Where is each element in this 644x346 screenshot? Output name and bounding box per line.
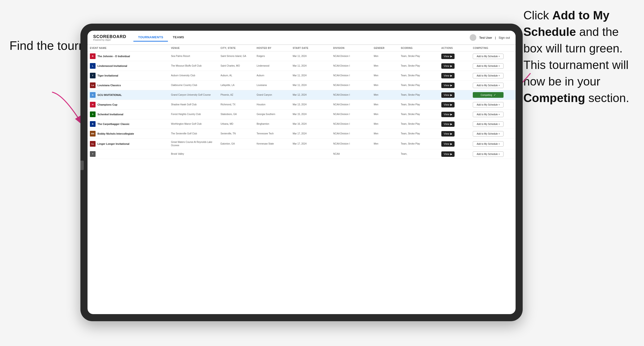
venue-text: Auburn University Club [171, 74, 195, 77]
view-button[interactable]: View ▶ [441, 73, 454, 78]
event-name-text: Louisiana Classics [98, 84, 121, 87]
col-header-city: CITY, STATE [218, 45, 254, 51]
city-text: Lafayette, LA [221, 84, 234, 86]
col-header-gender: GENDER [371, 45, 398, 51]
team-logo: S [90, 112, 96, 117]
gender-text: Men [374, 113, 378, 116]
add-to-schedule-button[interactable]: Add to My Schedule + [473, 141, 504, 147]
hosted-text: Houston [256, 103, 265, 106]
col-header-division: DIVISION [331, 45, 371, 51]
event-name-cell: G GCU INVITATIONAL [90, 92, 166, 98]
competing-button[interactable]: Competing ✓ [473, 92, 504, 98]
view-button[interactable]: View ▶ [441, 151, 454, 157]
view-button[interactable]: View ▶ [441, 121, 454, 127]
tab-tournaments[interactable]: TOURNAMENTS [134, 33, 168, 42]
add-to-schedule-button[interactable]: Add to My Schedule + [473, 121, 504, 127]
event-name-cell: L Lindenwood Invitational [90, 63, 166, 69]
add-to-schedule-button[interactable]: Add to My Schedule + [473, 54, 504, 59]
division-text: NCAA Division I [333, 103, 350, 106]
division-text: NCAA Division I [333, 132, 350, 135]
view-button[interactable]: View ▶ [441, 83, 454, 88]
gender-text: Men [374, 64, 378, 67]
venue-text: Sea Palms Resort [171, 55, 190, 57]
signout-link[interactable]: Sign out [498, 36, 510, 39]
city-text: Phoenix, AZ [221, 94, 234, 96]
division-text: NCAA Division I [333, 142, 350, 145]
check-icon: ✓ [494, 93, 496, 97]
add-schedule-label: Add to My Schedule + [476, 84, 500, 87]
table-container[interactable]: EVENT NAME VENUE CITY, STATE HOSTED BY S… [88, 45, 516, 314]
city-text: Saint Charles, MO [221, 64, 240, 67]
event-name-text: Linger Longer Invitational [98, 142, 129, 145]
team-logo: T [90, 73, 96, 78]
table-row: H Champions Cup Shadow Hawk Golf Club Ri… [88, 100, 516, 110]
scoring-text: Team, Stroke Play [401, 94, 420, 96]
table-body: R The Johnnie - O Individual Sea Palms R… [88, 51, 516, 159]
tablet-frame: SCOREBOARD Powered by clippd TOURNAMENTS… [80, 24, 523, 321]
event-name-text: The Johnnie - O Individual [98, 55, 130, 58]
city-text: Sevierville, TN [221, 132, 236, 135]
city-text: Urbana, MD [221, 123, 234, 125]
add-to-schedule-button[interactable]: Add to My Schedule + [473, 73, 504, 78]
scoring-text: Team, Stroke Play [401, 55, 420, 57]
table-row: T Tiger Invitational Auburn University C… [88, 71, 516, 81]
add-schedule-label: Add to My Schedule + [476, 74, 500, 77]
gender-text: Men [374, 84, 378, 86]
col-header-hosted: HOSTED BY [254, 45, 290, 51]
table-row: BN Bobby Nichols Intercollegiate The Sev… [88, 129, 516, 139]
date-text: Mar 15, 2024 [292, 113, 306, 116]
venue-text: The Sevierville Golf Club [171, 132, 197, 135]
team-logo: BN [90, 131, 96, 137]
view-button[interactable]: View ▶ [441, 102, 454, 107]
venue-text: Brook Valley [171, 153, 184, 155]
date-text: Mar 17, 2024 [292, 132, 306, 135]
team-logo: La [90, 82, 96, 88]
add-to-schedule-button[interactable]: Add to My Schedule + [473, 63, 504, 69]
user-avatar [470, 34, 476, 41]
add-to-schedule-button[interactable]: Add to My Schedule + [473, 131, 504, 137]
view-button[interactable]: View ▶ [441, 131, 454, 137]
add-schedule-label: Add to My Schedule + [476, 55, 500, 58]
view-button[interactable]: View ▶ [441, 54, 454, 59]
venue-text: Shadow Hawk Golf Club [171, 103, 196, 106]
add-schedule-label: Add to My Schedule + [476, 133, 500, 135]
event-name-cell: S Schenkel Invitational [90, 112, 166, 117]
add-to-schedule-button[interactable]: Add to My Schedule + [473, 102, 504, 107]
view-icon: ▶ [450, 142, 452, 146]
view-icon: ▶ [450, 132, 452, 135]
add-to-schedule-button[interactable]: Add to My Schedule + [473, 83, 504, 88]
view-icon: ▶ [450, 55, 452, 58]
gender-text: Men [374, 94, 378, 96]
event-name-cell: La Louisiana Classics [90, 82, 166, 88]
col-header-actions: ACTIONS [439, 45, 470, 51]
date-text: Mar 13, 2024 [292, 103, 306, 106]
hosted-text: Tennessee Tech [256, 132, 274, 135]
add-to-schedule-button[interactable]: Add to My Schedule + [473, 112, 504, 117]
event-name-cell: LL Linger Longer Invitational [90, 141, 166, 147]
date-text: Mar 11, 2024 [292, 55, 306, 57]
view-icon: ▶ [450, 153, 452, 156]
gender-text: Men [374, 142, 378, 145]
add-schedule-label: Add to My Schedule + [476, 153, 500, 156]
division-text: NCAA Division I [333, 74, 350, 77]
view-button[interactable]: View ▶ [441, 63, 454, 69]
view-button[interactable]: View ▶ [441, 92, 454, 98]
team-logo: ? [90, 151, 96, 157]
tab-teams[interactable]: TEAMS [168, 33, 189, 42]
date-text: Mar 17, 2024 [292, 142, 306, 145]
tournaments-table: EVENT NAME VENUE CITY, STATE HOSTED BY S… [88, 45, 516, 159]
table-row: B The Carpetbagger Classic Worthington M… [88, 119, 516, 129]
city-text: Auburn, AL [221, 74, 232, 77]
nav-tabs: TOURNAMENTS TEAMS [134, 33, 189, 42]
sidebar-toggle[interactable] [80, 161, 84, 170]
venue-text: Grand Canyon University Golf Course [171, 94, 211, 96]
view-button[interactable]: View ▶ [441, 141, 454, 147]
col-header-date: START DATE [290, 45, 331, 51]
view-button[interactable]: View ▶ [441, 112, 454, 117]
venue-text: Worthington Manor Golf Club [171, 123, 202, 125]
division-text: NCAA [333, 153, 340, 155]
col-header-event: EVENT NAME [88, 45, 169, 51]
team-logo: R [90, 53, 96, 59]
add-to-schedule-button[interactable]: Add to My Schedule + [473, 151, 504, 157]
date-text: Mar 11, 2024 [292, 74, 306, 77]
